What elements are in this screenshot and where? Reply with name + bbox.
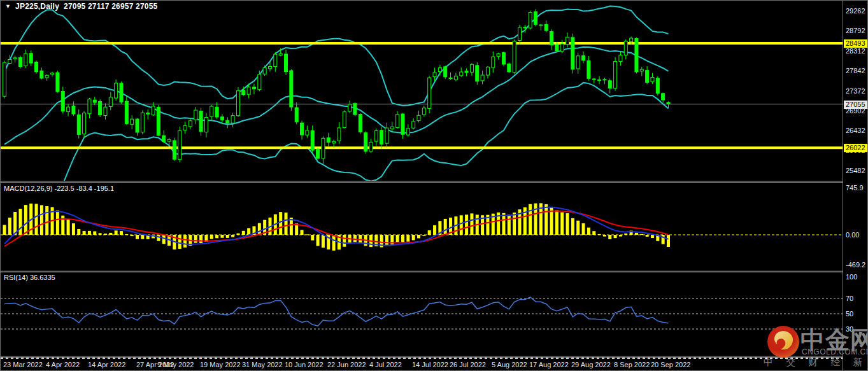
date-label: 4 Jul 2022 — [369, 361, 402, 368]
axis-tick-label: 27372 — [846, 87, 865, 95]
axis-tick-label: 28792 — [846, 27, 865, 35]
axis-tick-label: 50 — [846, 310, 853, 318]
date-label: 4 Apr 2022 — [46, 361, 80, 368]
date-label: 10 Jun 2022 — [285, 361, 324, 368]
date-label: 31 May 2022 — [242, 361, 283, 368]
bar-tick-ruler — [1, 358, 843, 359]
date-label: 26 Jul 2022 — [450, 361, 486, 368]
date-label: 14 Apr 2022 — [88, 361, 125, 368]
axis-tick-label: -469.2 — [846, 261, 865, 269]
date-label: 5 Aug 2022 — [492, 361, 527, 368]
axis-tick-label: 0.00 — [846, 231, 859, 239]
date-label: 9 May 2022 — [157, 361, 194, 368]
chart-window: 23 Mar 20224 Apr 202214 Apr 202227 Apr 2… — [0, 0, 868, 371]
price-tag: 28493 — [844, 39, 867, 48]
rsi-chart — [1, 272, 843, 356]
date-label: 14 Jul 2022 — [412, 361, 448, 368]
date-label: 22 Jun 2022 — [327, 361, 366, 368]
axis-tick-label: 30 — [846, 325, 853, 333]
macd-indicator-label: MACD(12,26,9) -223.5 -83.4 -195.1 — [4, 185, 114, 192]
macd-chart — [1, 183, 843, 270]
axis-tick-label: 28312 — [846, 47, 865, 55]
price-chart — [1, 1, 843, 181]
rsi-indicator-label: RSI(14) 36.6335 — [4, 274, 55, 281]
axis-tick-label: 100 — [846, 273, 857, 281]
time-axis[interactable]: 23 Mar 20224 Apr 202214 Apr 202227 Apr 2… — [1, 358, 843, 371]
date-label: 23 Mar 2022 — [3, 361, 43, 368]
macd-panel[interactable] — [1, 183, 843, 270]
axis-tick-label: 26432 — [846, 127, 865, 135]
main-chart-panel[interactable] — [1, 1, 843, 181]
axis-tick-label: 29262 — [846, 7, 865, 15]
price-tag: 27055 — [844, 101, 867, 109]
date-label: 8 Sep 2022 — [614, 361, 650, 368]
chart-title: ▼ JP225,Daily 27095 27117 26957 27055 — [5, 2, 157, 11]
axis-tick-label: 27842 — [846, 67, 865, 75]
symbol-period-label: JP225,Daily — [15, 2, 59, 11]
axis-tick-label: 25482 — [846, 167, 865, 175]
axis-tick-label: 70 — [846, 295, 853, 303]
date-label: 29 Aug 2022 — [571, 361, 611, 368]
date-label: 20 Sep 2022 — [651, 361, 690, 368]
symbol-dropdown-icon[interactable]: ▼ — [5, 3, 11, 10]
date-label: 19 May 2022 — [200, 361, 241, 368]
price-axis[interactable]: 2926228792283122784227372269022643225962… — [843, 1, 868, 371]
date-label: 17 Aug 2022 — [529, 361, 569, 368]
price-tag: 26022 — [844, 144, 867, 152]
axis-tick-label: 745.9 — [846, 184, 864, 192]
title-ohlc-values: 27095 27117 26957 27055 — [64, 2, 157, 11]
rsi-panel[interactable] — [1, 272, 843, 356]
